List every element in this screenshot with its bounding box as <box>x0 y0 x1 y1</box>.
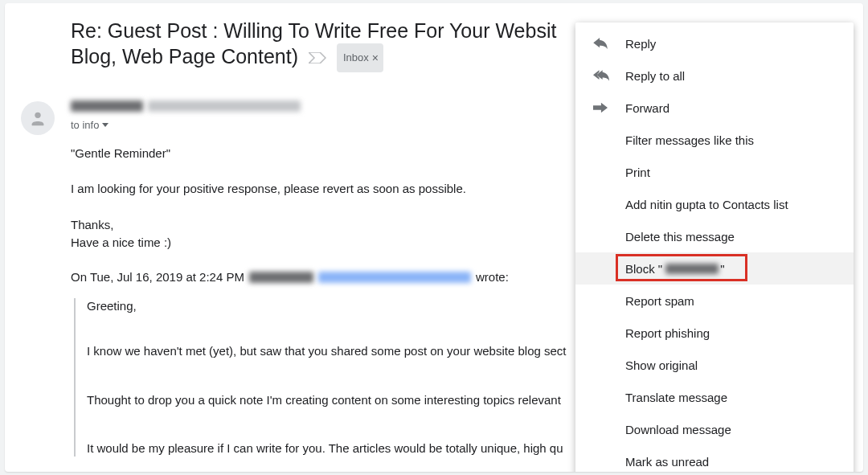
menu-block-suffix: " <box>720 262 724 276</box>
forward-icon <box>593 102 625 113</box>
reply-all-icon <box>593 70 625 81</box>
menu-show-original[interactable]: Show original <box>575 349 854 381</box>
menu-show-original-label: Show original <box>625 358 698 372</box>
quoted-email-redacted <box>318 272 471 283</box>
menu-filter[interactable]: Filter messages like this <box>575 124 854 156</box>
menu-mark-unread-label: Mark as unread <box>625 455 709 469</box>
menu-forward[interactable]: Forward <box>575 92 854 124</box>
inbox-label-chip[interactable]: Inbox × <box>337 43 383 72</box>
quoted-prefix: On Tue, Jul 16, 2019 at 2:24 PM <box>71 270 244 284</box>
menu-add-contact[interactable]: Add nitin gupta to Contacts list <box>575 188 854 220</box>
menu-report-phishing-label: Report phishing <box>625 326 710 340</box>
menu-delete-label: Delete this message <box>625 230 735 244</box>
menu-translate[interactable]: Translate message <box>575 381 854 413</box>
menu-reply[interactable]: Reply <box>575 27 854 59</box>
menu-mark-unread[interactable]: Mark as unread <box>575 445 854 472</box>
menu-translate-label: Translate message <box>625 391 727 404</box>
menu-block[interactable]: Block " " <box>575 252 854 285</box>
recipient-text: to info <box>71 119 99 131</box>
menu-print-label: Print <box>625 166 650 179</box>
sender-avatar[interactable] <box>21 101 55 135</box>
reply-icon <box>593 38 625 49</box>
menu-download-label: Download message <box>625 423 731 436</box>
menu-reply-all[interactable]: Reply to all <box>575 59 854 92</box>
menu-report-phishing[interactable]: Report phishing <box>575 317 854 349</box>
importance-marker-icon[interactable] <box>309 52 326 63</box>
subject-line-2: Blog, Web Page Content) <box>71 45 298 68</box>
menu-report-spam-label: Report spam <box>625 294 694 308</box>
menu-print[interactable]: Print <box>575 156 854 188</box>
menu-filter-label: Filter messages like this <box>625 133 754 147</box>
menu-delete[interactable]: Delete this message <box>575 220 854 252</box>
sender-email-redacted <box>148 100 301 112</box>
svg-point-0 <box>35 113 40 118</box>
menu-reply-all-label: Reply to all <box>625 69 685 83</box>
menu-add-contact-label: Add nitin gupta to Contacts list <box>625 198 788 211</box>
sender-name-redacted <box>71 100 143 112</box>
menu-block-prefix: Block " <box>625 262 662 276</box>
remove-label-icon[interactable]: × <box>372 52 379 63</box>
message-options-menu: Reply Reply to all Forward Filter messag… <box>575 23 854 472</box>
block-name-redacted <box>665 264 719 274</box>
subject-line-1: Re: Guest Post : Willing To Write Free F… <box>71 19 556 42</box>
inbox-label-text: Inbox <box>343 45 369 71</box>
menu-report-spam[interactable]: Report spam <box>575 285 854 317</box>
quoted-suffix: wrote: <box>476 270 509 284</box>
recipient-details-icon[interactable] <box>102 123 108 127</box>
menu-reply-label: Reply <box>625 37 656 51</box>
quoted-name-redacted <box>249 272 313 283</box>
menu-download[interactable]: Download message <box>575 413 854 445</box>
menu-forward-label: Forward <box>625 101 669 115</box>
